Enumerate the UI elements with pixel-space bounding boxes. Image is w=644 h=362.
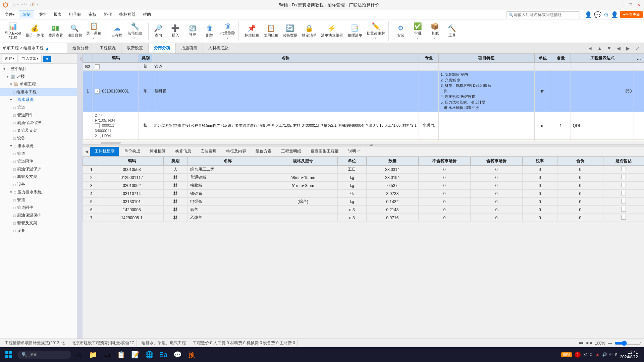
minimize-btn[interactable]: ─ [620, 2, 625, 8]
table-row-sub[interactable]: 2-77 R*1.05, H34 - 000011 34000011 2.1, … [83, 112, 644, 140]
table-row-plastic-pipe[interactable]: 1 - 031001006001 项 塑料管 1. 安装部位:室内 2. 介质:… [83, 71, 644, 112]
lock-list-btn[interactable]: 🔒 锁定清单 [300, 22, 319, 41]
sidebar-collapse-btn[interactable]: 《 [77, 54, 83, 339]
unified-adjust-btn[interactable]: 📋 统一调价 ▾ [85, 22, 103, 41]
est-checkbox-3[interactable] [621, 183, 626, 187]
tree-item-insulate3[interactable]: □ 刷油保温保护 [0, 212, 77, 219]
zoom-out-btn[interactable]: — [608, 341, 612, 346]
copy-btn[interactable]: □ [28, 2, 31, 7]
tab-qty-detail[interactable]: 工程量明细 [277, 147, 306, 156]
batch-modify-btn[interactable]: ✏️ 批量改主材 ▾ [365, 22, 387, 41]
up-icon[interactable]: ▲ [596, 44, 604, 52]
expand-icon[interactable]: ⤢ [633, 44, 641, 52]
bot-row-5[interactable]: 5 03130101 材 电焊条 (综合) kg 0.1432 0000 [83, 198, 644, 206]
batch-delete-btn[interactable]: 🗑 批量删除 ▾ [218, 22, 237, 41]
tree-toggle-water-sys[interactable]: ▼ [9, 98, 13, 102]
bottom-content[interactable]: 编码 类别 名称 规格及型号 单位 数量 不含税市场价 含税市场价 税率 合价 … [83, 157, 644, 230]
tab-install-cost[interactable]: 安装费用 [196, 147, 221, 156]
tree-item-sleeve1[interactable]: □ 套管及支架 [0, 127, 77, 134]
tree-item-pipe1[interactable]: □ 管道 [0, 104, 77, 111]
notification-icon[interactable]: 1 [575, 352, 581, 358]
zoom-slider[interactable] [614, 341, 641, 346]
taskbar-clock[interactable]: 12:41 2024/8/12 [620, 350, 638, 359]
user-icon[interactable]: 👤 [585, 11, 592, 18]
tree-item-water-eng[interactable]: □ 给排水工程 [0, 88, 77, 96]
menu-quality[interactable]: 质控 [35, 10, 50, 19]
tab-note[interactable]: 说明↗ [344, 147, 365, 156]
taskbar-icon-ie[interactable]: Ea [157, 348, 170, 361]
tree-item-sleeve3[interactable]: □ 套管及支架 [0, 219, 77, 227]
est-checkbox-7[interactable] [621, 215, 626, 220]
cloud-save-btn[interactable]: ☁ 云存档 [109, 22, 125, 41]
taskbar-icon-app3[interactable]: 预 [185, 348, 198, 361]
menu-collaborate[interactable]: 协作 [101, 10, 115, 19]
est-checkbox-2[interactable] [621, 175, 626, 179]
tab-quote-plan[interactable]: 组价方案 [251, 147, 276, 156]
tree-toggle-drain-sys[interactable]: ▼ [9, 144, 13, 148]
tree-item-pipe3[interactable]: □ 管道 [0, 196, 77, 204]
bot-row-2[interactable]: 2 0129001117 材 普通钢板 δ8mm~15mm kg 23.0194… [83, 174, 644, 182]
new-btn[interactable]: 新建▾ [2, 55, 17, 62]
project-check-btn[interactable]: 🔍 项目自检 [65, 22, 84, 41]
right-icon[interactable]: ▶ [624, 44, 632, 52]
taskbar-icon-folder[interactable]: 📁 [87, 348, 99, 361]
replace-data-btn[interactable]: 🔄 替换数据 [281, 22, 300, 41]
search-input[interactable] [514, 12, 574, 17]
approve-btn[interactable]: ✅ 审批 ▾ [410, 22, 426, 41]
pinyin-icon[interactable]: S [615, 353, 617, 357]
menu-file[interactable]: 文件▾ [1, 10, 18, 19]
tree-toggle-5[interactable]: ▼ [6, 75, 9, 78]
tree-item-water-system[interactable]: ▼ □ 给水系统 [0, 96, 77, 104]
start-btn[interactable] [1, 347, 16, 362]
menu-electronic[interactable]: 电子标 [66, 10, 85, 19]
taskbar-icon-app2[interactable]: 📝 [129, 348, 142, 361]
tree-item-drain-system[interactable]: ▼ □ 排水系统 [0, 142, 77, 150]
import-excel-btn[interactable]: 📊 导入Excel/工程 [3, 22, 23, 41]
toolbar-quick-btn[interactable]: 🗁 [11, 2, 16, 7]
view-mode-btn2[interactable]: ■ ■ [586, 341, 592, 346]
bot-row-1[interactable]: 1 00010503 人 综合用工二类 工日 28.0314 0 0 0 0 [83, 166, 644, 174]
est-checkbox-1[interactable] [621, 167, 626, 171]
table-row-b2[interactable]: B2 - 部 管道 [83, 63, 644, 71]
est-checkbox-4[interactable] [621, 191, 626, 195]
smart-quote-btn[interactable]: 🔧 智能组价 ▾ [126, 22, 145, 41]
bot-row-7[interactable]: 7 14290005-1 材 乙炔气 m3 0.0716 0000 [83, 214, 644, 222]
tab-unit-price[interactable]: 单价构成 [120, 147, 145, 156]
tab-fee-settings[interactable]: 取费设置 [121, 43, 149, 53]
message-icon[interactable]: 💬 [594, 11, 601, 18]
insert-btn[interactable]: ➕ 插入 [167, 22, 184, 41]
menu-edit[interactable]: 编制 [19, 10, 34, 19]
cost-view-btn[interactable]: 💵 费用查看 [46, 22, 65, 41]
cell-b2-code[interactable]: - [93, 63, 139, 71]
tree-item-pipe2[interactable]: □ 管道 [0, 150, 77, 158]
sound-icon[interactable]: 🔊 [602, 352, 607, 357]
tree-item-pressure-system[interactable]: ▼ □ 压力排水系统 [0, 188, 77, 196]
status-standard[interactable]: 工程量清单项目计量规范(2013-北 [3, 340, 67, 346]
tree-item-equip2[interactable]: □ 设备 [0, 181, 77, 188]
tree-item-insulate1[interactable]: □ 刷油保温保护 [0, 119, 77, 127]
menu-review[interactable]: 审核 [85, 10, 100, 19]
std-quote-btn[interactable]: 📌 标准组价 [243, 22, 261, 41]
row1-collapse-btn[interactable]: - [95, 89, 100, 94]
supplement-btn[interactable]: 🔄 补充 [184, 22, 201, 41]
redo-btn[interactable]: ↪ [20, 2, 23, 7]
close-btn[interactable]: ✕ [636, 2, 641, 8]
taskbar-icon-edge[interactable]: 🌐 [143, 348, 156, 361]
taskbar-search[interactable]: 🔍 搜索 [17, 351, 71, 359]
sub-collapse-btn[interactable]: - [95, 123, 100, 128]
taskbar-icon-wechat[interactable]: 💬 [171, 348, 184, 361]
bottom-panel-collapse-btn[interactable]: ◀ [84, 149, 90, 154]
tab-features[interactable]: 特征及内容 [222, 147, 251, 156]
left-icon[interactable]: ◀ [614, 44, 623, 52]
undo-btn[interactable]: ↩ [17, 2, 19, 7]
network-icon[interactable]: 🔺 [595, 352, 600, 357]
search-box[interactable]: 🔍 [506, 11, 580, 18]
query-btn[interactable]: 🔎 查询 [150, 22, 167, 41]
bot-row-4[interactable]: 4 03110714 材 铁砂布 张 3.9738 0000 [83, 190, 644, 198]
main-table-scroll[interactable]: 编码 类别 名称 专业 项目特征 单位 含量 工程量表达式 … [83, 54, 644, 141]
delete-btn[interactable]: 🗑 删除 [201, 22, 218, 41]
sidebar-action-btn[interactable]: ● [43, 56, 51, 62]
quick-quote-btn[interactable]: ⚡ 清单快速组价 [319, 22, 345, 41]
restore-btn[interactable]: ❐ [628, 2, 633, 8]
others-btn[interactable]: 📦 其他 ▾ [427, 22, 443, 41]
